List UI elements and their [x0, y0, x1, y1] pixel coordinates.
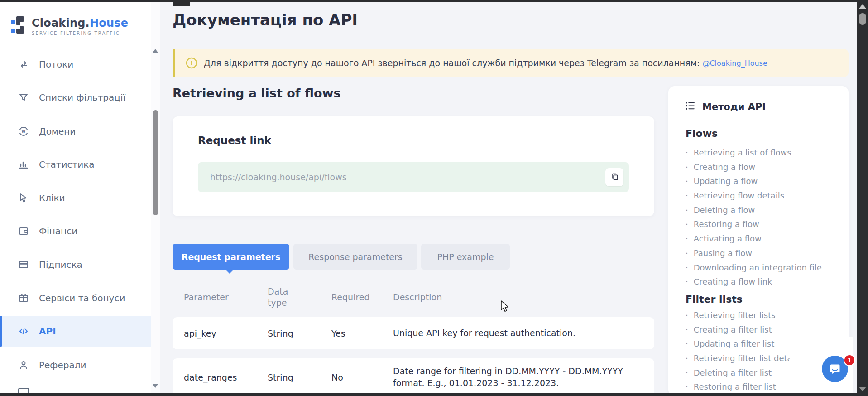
sidebar-item-label: Статистика — [39, 159, 95, 170]
sidebar-item-api[interactable]: API — [0, 316, 151, 347]
cell-parameter: date_ranges — [184, 372, 268, 382]
sidebar-item-label: Потоки — [39, 59, 73, 70]
app-logo[interactable]: Cloaking.House SERVICE FILTERING TRAFFIC — [11, 14, 128, 39]
column-header-required: Required — [331, 292, 393, 302]
sidebar-item-label: Кліки — [39, 193, 65, 203]
sidebar-item-label: Домени — [39, 126, 76, 137]
cell-data-type: String — [268, 328, 331, 338]
sidebar-item-domains[interactable]: w Домени — [0, 116, 151, 147]
tab-php-example[interactable]: PHP example — [421, 244, 510, 270]
sidebar-item-label: Підписка — [39, 259, 82, 270]
filter-icon — [18, 92, 29, 103]
methods-list-flows: Retrieving a list of flows Creating a fl… — [686, 145, 822, 289]
cell-description: Date range for filtering in DD.MM.YYYY -… — [393, 366, 647, 389]
cell-parameter: api_key — [184, 328, 268, 338]
method-link[interactable]: Restoring a filter list — [686, 380, 801, 394]
svg-text:w: w — [22, 129, 25, 134]
section-heading: Retrieving a list of flows — [173, 86, 340, 100]
method-link[interactable]: Retrieving a list of flows — [686, 145, 822, 160]
sidebar-item-referrals[interactable]: Реферали — [0, 350, 151, 381]
methods-group-heading: Filter lists — [686, 294, 743, 305]
scroll-up-arrow-icon[interactable] — [153, 49, 158, 53]
sync-icon — [18, 59, 29, 70]
table-row: api_key String Yes Unique API key for re… — [173, 317, 654, 349]
logo-icon — [11, 14, 27, 39]
scroll-down-arrow-icon[interactable] — [153, 384, 158, 388]
method-link[interactable]: Restoring a flow — [686, 217, 822, 232]
method-link[interactable]: Deleting a filter list — [686, 366, 801, 380]
window-scrollbar[interactable] — [857, 0, 868, 396]
scroll-down-arrow-icon[interactable] — [859, 387, 866, 391]
gift-icon — [18, 293, 29, 304]
sidebar-scrollbar-thumb[interactable] — [153, 110, 158, 215]
cell-data-type: String — [268, 372, 331, 382]
globe-icon: w — [18, 126, 29, 137]
column-header-parameter: Parameter — [184, 292, 268, 302]
banner-text: Для відкриття доступу до нашого API звер… — [204, 58, 700, 68]
method-link[interactable]: Creating a flow link — [686, 275, 822, 289]
sidebar-item-label: Фінанси — [39, 226, 77, 237]
method-link[interactable]: Creating a flow — [686, 160, 822, 174]
sidebar-item-subscription[interactable]: Підписка — [0, 249, 151, 280]
cell-required: Yes — [331, 328, 393, 338]
column-header-description: Description — [393, 292, 654, 302]
sidebar-item-finances[interactable]: Фінанси — [0, 216, 151, 246]
method-link[interactable]: Creating a filter list — [686, 323, 801, 337]
active-indicator — [0, 316, 2, 347]
request-url-field[interactable]: https://cloaking.house/api/flows — [198, 162, 629, 192]
sidebar-item-label: Списки фільтрації — [39, 92, 125, 103]
copy-icon — [610, 172, 619, 182]
method-link[interactable]: Retrieving flow details — [686, 188, 822, 203]
window-frame-top — [0, 0, 868, 2]
copy-button[interactable] — [605, 168, 623, 186]
table-row: date_ranges String No Date range for fil… — [173, 358, 654, 396]
method-link[interactable]: Activating a flow — [686, 232, 822, 246]
method-link[interactable]: Pausing a flow — [686, 246, 822, 261]
credit-card-icon — [18, 259, 29, 270]
window-frame-notch — [173, 2, 190, 6]
sidebar-item-services-bonuses[interactable]: Сервіси та бонуси — [0, 283, 151, 314]
page-title: Документація по API — [173, 11, 358, 29]
notification-badge: 1 — [844, 354, 855, 366]
cell-description: Unique API key for request authenticatio… — [393, 328, 647, 339]
method-link[interactable]: Retrieving filter lists — [686, 308, 801, 323]
methods-group-heading: Flows — [686, 128, 718, 139]
tab-response-parameters[interactable]: Response parameters — [293, 244, 417, 270]
sidebar: Cloaking.House SERVICE FILTERING TRAFFIC… — [0, 2, 160, 393]
sidebar-item-filter-lists[interactable]: Списки фільтрації — [0, 82, 151, 113]
window-scrollbar-thumb[interactable] — [859, 13, 866, 25]
sidebar-item-label: Сервіси та бонуси — [39, 293, 125, 304]
method-link[interactable]: Deleting a flow — [686, 203, 822, 217]
bar-chart-icon — [18, 159, 29, 170]
svg-text:!: ! — [190, 59, 193, 67]
logo-title: Cloaking.House — [32, 17, 128, 29]
cell-required: No — [331, 372, 393, 382]
list-icon — [685, 100, 696, 113]
column-header-data-type: Data type — [268, 286, 295, 308]
methods-list-filter-lists: Retrieving filter lists Creating a filte… — [686, 308, 801, 394]
logo-subtitle: SERVICE FILTERING TRAFFIC — [32, 31, 128, 36]
sidebar-scrollbar[interactable] — [151, 2, 160, 393]
request-link-card: Request link https://cloaking.house/api/… — [173, 116, 654, 216]
method-link[interactable]: Downloading an integration file — [686, 261, 822, 275]
request-link-label: Request link — [198, 135, 271, 146]
methods-panel-title: Методи API — [702, 101, 766, 112]
warning-circle-icon: ! — [186, 57, 197, 69]
sidebar-item-clicks[interactable]: Кліки — [0, 183, 151, 213]
code-icon — [18, 326, 29, 337]
telegram-link[interactable]: @Cloaking_House — [702, 59, 767, 68]
table-header: Parameter Data type Required Description — [173, 282, 654, 312]
sidebar-item-statistics[interactable]: Статистика — [0, 149, 151, 180]
tab-request-parameters[interactable]: Request parameters — [173, 244, 289, 270]
method-link[interactable]: Updating a flow — [686, 174, 822, 188]
wallet-icon — [18, 226, 29, 237]
info-banner: ! Для відкриття доступу до нашого API зв… — [173, 49, 849, 77]
sidebar-item-label: Реферали — [39, 360, 86, 371]
sidebar-item-flows[interactable]: Потоки — [0, 49, 151, 80]
request-url: https://cloaking.house/api/flows — [210, 162, 347, 192]
chat-bubble-icon — [828, 362, 842, 377]
window-frame-bottom — [0, 393, 868, 396]
scroll-up-arrow-icon[interactable] — [859, 4, 866, 9]
method-link[interactable]: Updating a filter list — [686, 337, 801, 351]
method-link[interactable]: Retrieving filter list details — [686, 351, 801, 366]
